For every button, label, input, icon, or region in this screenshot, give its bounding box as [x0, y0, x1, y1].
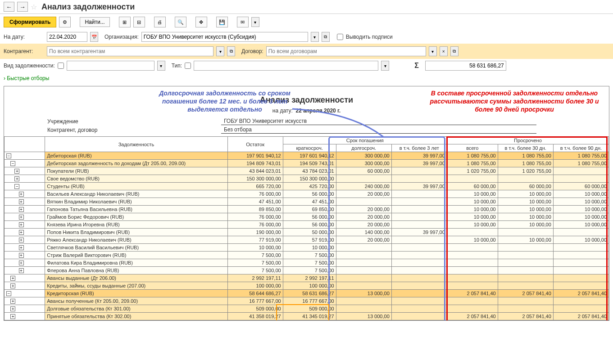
expand-icon[interactable]: + [10, 314, 15, 319]
sign-checkbox[interactable] [337, 34, 343, 40]
row-label: Граймов Борис Федорович (RUB) [45, 213, 227, 221]
cell-value [447, 229, 498, 236]
cell-value: 60 000,00 [336, 167, 391, 175]
expand-icon[interactable]: + [19, 207, 24, 212]
calendar-icon[interactable]: 📅 [90, 32, 98, 42]
org-label: Организация: [104, 34, 139, 40]
cell-value: 50 000,00 [283, 229, 336, 236]
cell-value [336, 305, 391, 313]
dog-input[interactable] [266, 46, 426, 56]
contr-input[interactable] [47, 46, 213, 56]
expand-icon[interactable]: + [14, 176, 19, 181]
expand-icon[interactable]: + [19, 253, 24, 258]
row-label: Кредиторская (RUB) [45, 290, 227, 297]
sigma-icon: Σ [414, 62, 419, 70]
tree-cell: + [5, 175, 45, 183]
expand-icon[interactable]: + [10, 306, 15, 311]
kind-checkbox[interactable] [58, 63, 64, 69]
print-icon[interactable]: 🖨 [154, 17, 166, 27]
expand-icon[interactable]: − [6, 291, 11, 296]
expand-icon[interactable]: + [19, 199, 24, 204]
expand-icon[interactable]: + [10, 299, 15, 304]
dog-clear-icon[interactable]: × [440, 46, 448, 56]
settings-icon[interactable]: ⚙ [59, 17, 71, 27]
row-label: Светлячков Василий Васильевич (RUB) [45, 244, 227, 252]
collapse-all-icon[interactable]: ⊟ [133, 17, 145, 27]
tree-cell: + [5, 252, 45, 259]
favorite-icon[interactable]: ☆ [31, 3, 37, 11]
move-icon[interactable]: ✥ [195, 17, 207, 27]
org-dropdown[interactable]: ▾ [311, 32, 319, 42]
cell-value: 194 509 743,01 [283, 160, 336, 167]
row-label: Попов Никита Владимирович (RUB) [45, 229, 227, 236]
tree-cell: + [5, 190, 45, 198]
back-button[interactable]: ← [4, 2, 14, 12]
cell-value [391, 282, 447, 290]
cell-value [553, 274, 608, 282]
expand-icon[interactable]: + [19, 222, 24, 227]
cell-value: 10 000,00 [447, 213, 498, 221]
row-label: Дебиторская (RUB) [45, 152, 227, 160]
mail-dropdown[interactable]: ▾ [251, 17, 259, 27]
cell-value: 76 000,00 [227, 190, 283, 198]
cell-value [391, 259, 447, 267]
expand-icon[interactable]: + [19, 268, 24, 273]
org-input[interactable] [141, 32, 308, 42]
kind-input[interactable] [67, 61, 154, 71]
tree-cell: + [5, 297, 45, 305]
kind-dropdown[interactable]: ▾ [157, 61, 165, 71]
row-label: Флерова Анна Павловна (RUB) [45, 267, 227, 274]
expand-icon[interactable]: + [14, 169, 19, 174]
type-checkbox[interactable] [185, 63, 191, 69]
form-button[interactable]: Сформировать [4, 17, 56, 27]
type-input[interactable] [194, 61, 378, 71]
expand-icon[interactable]: + [10, 283, 15, 288]
find-button[interactable]: Найти... [80, 17, 109, 27]
cell-value [553, 175, 608, 183]
cell-value: 150 300 000,00 [283, 175, 336, 183]
cell-value: 16 777 667,00 [227, 297, 283, 305]
cell-value: 10 000,00 [227, 244, 283, 252]
cell-value [336, 259, 391, 267]
mail-icon[interactable]: ✉ [237, 17, 249, 27]
expand-icon[interactable]: + [19, 238, 24, 243]
date-label: На дату: [4, 34, 44, 40]
cell-value: 76 000,00 [227, 221, 283, 229]
cell-value [391, 252, 447, 259]
expand-icon[interactable]: + [19, 192, 24, 197]
expand-icon[interactable]: + [19, 230, 24, 235]
row-label: Принятые обязательства (Кт 302.00) [45, 313, 227, 320]
expand-icon[interactable]: − [6, 153, 11, 158]
expand-icon[interactable]: + [19, 245, 24, 250]
cell-value: 47 451,00 [283, 198, 336, 206]
contr-open-icon[interactable]: ⧉ [227, 46, 235, 56]
cell-value: 10 000,00 [447, 221, 498, 229]
cell-value [336, 274, 391, 282]
expand-all-icon[interactable]: ⊞ [119, 17, 131, 27]
dog-dropdown[interactable]: ▾ [429, 46, 437, 56]
table-row: +Князева Ирина Игоревна (RUB)76 000,0056… [5, 221, 609, 229]
contr-dropdown[interactable]: ▾ [216, 46, 224, 56]
expand-icon[interactable]: − [14, 184, 19, 189]
expand-icon[interactable]: + [19, 215, 24, 220]
preview-icon[interactable]: 🔍 [175, 17, 186, 27]
cell-value: 240 000,00 [336, 183, 391, 190]
org-open-icon[interactable]: ⧉ [322, 32, 330, 42]
cell-value: 10 000,00 [553, 190, 608, 198]
quick-filters-link[interactable]: Быстрые отборы [0, 72, 613, 84]
inst-label: Учреждение [45, 117, 220, 125]
table-row: +Гапонова Татьяна Васильевна (RUB)89 850… [5, 206, 609, 213]
expand-icon[interactable]: + [10, 276, 15, 281]
cell-value: 2 057 841,40 [447, 290, 498, 297]
expand-icon[interactable]: + [19, 261, 24, 265]
dog-open-icon[interactable]: ⧉ [450, 46, 459, 56]
save-icon[interactable]: 💾 [216, 17, 228, 27]
expand-icon[interactable]: − [10, 161, 15, 166]
date-input[interactable] [47, 32, 87, 42]
type-dropdown[interactable]: ▾ [381, 61, 389, 71]
cell-value [447, 297, 498, 305]
forward-button[interactable]: → [17, 2, 28, 12]
tree-cell: + [5, 213, 45, 221]
tree-cell: + [5, 229, 45, 236]
cell-value: 41 358 019,27 [227, 313, 283, 320]
